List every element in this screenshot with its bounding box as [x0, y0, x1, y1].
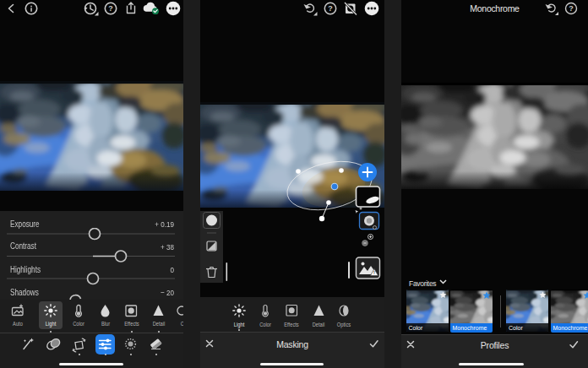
svg-text:?: ? [108, 4, 113, 13]
svg-text:!: ! [373, 270, 375, 275]
svg-text:?: ? [569, 4, 574, 13]
svg-text:?: ? [328, 4, 333, 13]
